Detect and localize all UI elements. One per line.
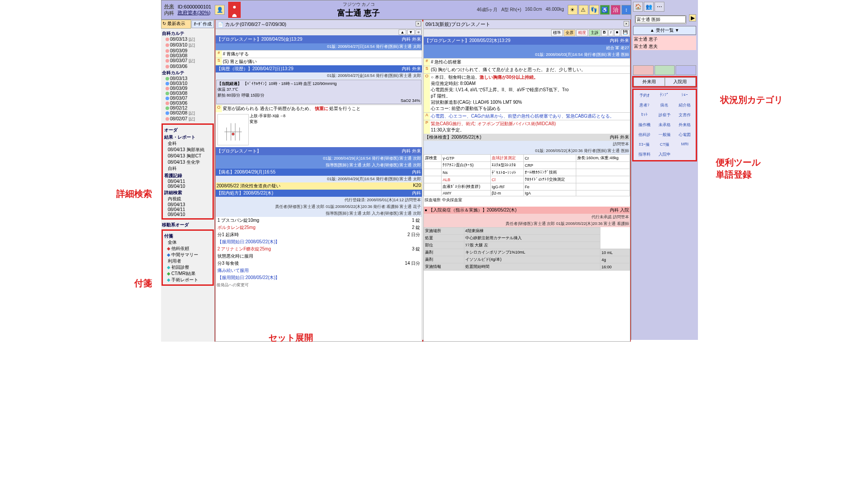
tree-endo-item[interactable]: 08/04/10 bbox=[164, 212, 211, 217]
home-icon[interactable]: 🏠 bbox=[633, 2, 643, 12]
tree-cat-all-dept[interactable]: 全科カルテ bbox=[162, 70, 213, 76]
pane2-close-icon[interactable]: × bbox=[624, 21, 629, 26]
pane1-tool-menu-icon[interactable]: ≡ bbox=[416, 30, 421, 35]
tab-inpatient[interactable]: 入院用 bbox=[665, 77, 696, 86]
staff-search-input[interactable] bbox=[635, 16, 686, 23]
pane2-color-icon[interactable]: ■ bbox=[614, 30, 620, 36]
tree-date-item[interactable]: 08/03/13 [記] bbox=[162, 37, 213, 42]
pane2-tool-prec[interactable]: 精度 bbox=[576, 30, 588, 36]
recent-patient-item[interactable]: 富士通 恵子 bbox=[633, 36, 696, 43]
tool-palette-item[interactable]: 撮作機 bbox=[634, 120, 654, 130]
tool-palette-item[interactable]: 未承格 bbox=[655, 120, 674, 130]
latest-view-button[interactable]: ↻ 最新表示 bbox=[161, 20, 191, 29]
sticky-item[interactable]: 他科依頼 bbox=[164, 246, 211, 252]
tree-result-item[interactable]: 08/04/13 胸部単純 bbox=[164, 147, 211, 153]
tree-date-item[interactable]: 08/03/10 [記] bbox=[162, 42, 213, 48]
tree-nursing-item[interactable]: 08/04/11 bbox=[164, 179, 211, 184]
person-icon[interactable]: 👤 bbox=[215, 5, 225, 15]
pane1-tool-up-icon[interactable]: ▲ bbox=[399, 30, 406, 35]
tool-palette-item[interactable]: 一般撮 bbox=[655, 130, 674, 140]
tree-endo-item[interactable]: 08/04/13 bbox=[164, 202, 211, 207]
tab-outpatient[interactable]: 外来用 bbox=[634, 77, 665, 86]
flag1-icon[interactable]: ☀ bbox=[568, 5, 578, 15]
wheelchair-icon[interactable]: ♿ bbox=[600, 5, 610, 15]
tree-date-item[interactable]: 08/03/07 bbox=[162, 96, 213, 101]
misc-icon[interactable]: ⋯ bbox=[655, 2, 664, 12]
staff-search-box[interactable] bbox=[635, 15, 686, 24]
tree-date-item[interactable]: 08/03/10 bbox=[162, 81, 213, 86]
pane2-save-icon[interactable]: 💾 bbox=[621, 30, 629, 36]
cure-icon[interactable]: 治 bbox=[611, 5, 621, 15]
tool-palette-item[interactable]: ｾｯﾄ bbox=[634, 110, 654, 120]
pane2-tool-chief[interactable]: 主訴 bbox=[589, 30, 600, 36]
tree-date-item[interactable]: 08/03/09 bbox=[162, 86, 213, 91]
pane2-tool-all[interactable]: 全原 bbox=[564, 30, 575, 36]
dept-internal[interactable]: 内科 bbox=[164, 10, 174, 17]
tree-date-item[interactable]: 08/03/13 bbox=[162, 76, 213, 81]
dept-outpatient[interactable]: 外来 bbox=[164, 3, 174, 10]
tabbar-icon2[interactable] bbox=[655, 65, 675, 75]
tabbar-icon3[interactable] bbox=[676, 65, 696, 75]
flag6-icon[interactable]: ↕ bbox=[621, 5, 631, 15]
tool-palette-item[interactable]: MRI bbox=[675, 140, 695, 149]
ticket-link[interactable]: 政府管本(30%) bbox=[178, 9, 211, 16]
tree-sub-endoscope[interactable]: 内視鏡 bbox=[164, 196, 211, 202]
tree-date-item[interactable]: 08/03/08 bbox=[162, 91, 213, 96]
tree-date-item[interactable]: 08/02/08 [記] bbox=[162, 110, 213, 116]
tool-palette-item[interactable]: 心電図 bbox=[675, 130, 695, 140]
reception-list-button[interactable]: ▲ 受付一覧 ▼ bbox=[633, 26, 696, 35]
tree-endo-item[interactable]: 08/04/11 bbox=[164, 207, 211, 212]
tree-nursing-item[interactable]: 08/04/10 bbox=[164, 184, 211, 189]
pane2-bold-icon[interactable]: B bbox=[601, 30, 608, 36]
tree-sub-all[interactable]: 全科 bbox=[164, 140, 211, 147]
tool-palette-item[interactable]: 予約ｵ bbox=[634, 91, 654, 100]
tool-palette-item[interactable]: 紹介格 bbox=[675, 101, 695, 110]
tool-palette-item[interactable]: 指導料 bbox=[634, 150, 654, 159]
tree-result-item[interactable]: 08/04/13 胸部CT bbox=[164, 153, 211, 159]
pane2-tool-std[interactable]: 標準 bbox=[551, 30, 563, 36]
pane1-tool-down-icon[interactable]: ▼ bbox=[407, 30, 415, 35]
tool-palette-item[interactable]: 入院申 bbox=[655, 150, 674, 159]
sticky-item[interactable]: CT/MRI結果 bbox=[164, 271, 211, 277]
tree-sticky-all[interactable]: 全体 bbox=[164, 239, 211, 246]
tree-cat-result[interactable]: 結果・レポート bbox=[164, 134, 211, 140]
tree-result-item[interactable]: 08/04/13 生化学 bbox=[164, 159, 211, 165]
group-icon[interactable]: 👥 bbox=[644, 2, 654, 12]
tool-palette-item[interactable]: CT撮 bbox=[655, 140, 674, 149]
tree-cat-detail-search[interactable]: 詳細検索 bbox=[164, 190, 211, 196]
tabbar-icon1[interactable] bbox=[633, 65, 654, 75]
flag2-icon[interactable]: ⚠ bbox=[578, 5, 588, 15]
flag3-icon[interactable]: 👣 bbox=[589, 5, 599, 15]
order-create-button[interactable]: ｵｰﾀﾞ作成 bbox=[191, 20, 214, 28]
tool-palette-item[interactable]: 文書作 bbox=[675, 110, 695, 120]
search-go-icon[interactable]: ▶ bbox=[689, 14, 696, 21]
tree-date-item[interactable]: 08/02/12 bbox=[162, 106, 213, 110]
tree-cat-self-dept[interactable]: 自科カルテ bbox=[162, 30, 213, 37]
tool-palette-item[interactable]: 診察予 bbox=[655, 110, 674, 120]
recent-patient-item[interactable]: 富士通 恵夫 bbox=[633, 43, 696, 50]
tree-date-item[interactable]: 08/03/09 bbox=[162, 48, 213, 53]
tree-sticky-user[interactable]: 利用者 bbox=[164, 258, 211, 264]
tree-cat-move-order[interactable]: 移動系オーダ bbox=[162, 222, 213, 228]
tool-palette-item[interactable]: ｼｪｰ bbox=[675, 91, 695, 100]
tree-date-item[interactable]: 08/03/06 bbox=[162, 64, 213, 69]
tree-cat-sticky[interactable]: 付箋 bbox=[164, 233, 211, 239]
sticky-item[interactable]: 初回診察 bbox=[164, 264, 211, 271]
tree-date-item[interactable]: 08/03/07 [記] bbox=[162, 58, 213, 64]
tool-palette-item[interactable]: 外来格 bbox=[675, 120, 695, 130]
hand-xray-thumbnail[interactable] bbox=[217, 114, 249, 145]
tree-sub-self[interactable]: 自科 bbox=[164, 165, 211, 172]
tree-date-item[interactable]: 08/02/07 [記] bbox=[162, 116, 213, 122]
tool-palette-item[interactable]: 患者ﾌ bbox=[634, 101, 654, 110]
tree-date-item[interactable]: 08/03/08 bbox=[162, 53, 213, 58]
tool-palette-item[interactable]: ﾃﾝﾌﾟ bbox=[655, 91, 674, 100]
tree-cat-nursing[interactable]: 看護記録 bbox=[164, 173, 211, 179]
pane1-close-icon[interactable]: × bbox=[416, 21, 421, 26]
pane2-italic-icon[interactable]: I bbox=[608, 30, 613, 36]
tree-date-item[interactable]: 08/03/06 bbox=[162, 101, 213, 106]
tool-palette-item[interactable]: 他科診 bbox=[634, 130, 654, 140]
tree-cat-order[interactable]: オーダ bbox=[164, 127, 211, 133]
tool-palette-item[interactable]: 病名 bbox=[655, 101, 674, 110]
sticky-item[interactable]: 中間サマリー bbox=[164, 252, 211, 258]
sticky-item[interactable]: 手術レポート bbox=[164, 277, 211, 283]
